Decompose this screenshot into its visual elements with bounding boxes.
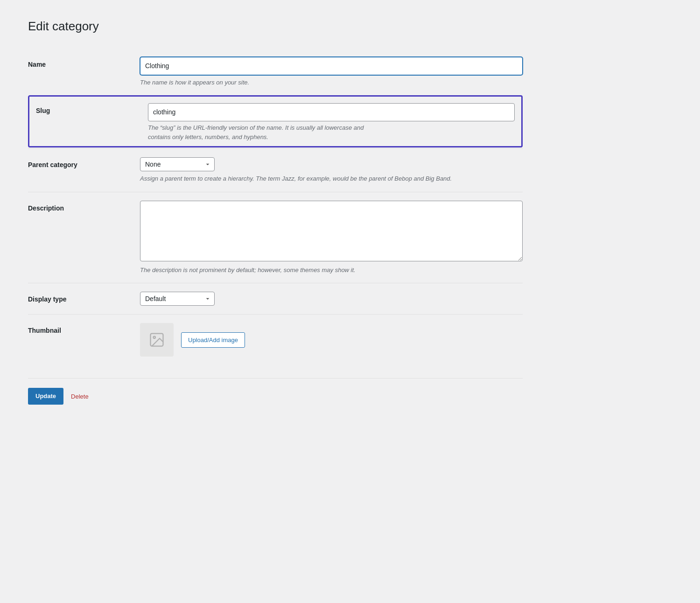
svg-point-1 <box>154 337 156 339</box>
slug-label: Slug <box>36 103 148 114</box>
slug-hint: The “slug” is the URL-friendly version o… <box>148 123 515 141</box>
parent-category-select[interactable]: None Clothing Accessories <box>140 157 215 171</box>
name-hint: The name is how it appears on your site. <box>140 78 523 87</box>
parent-category-label: Parent category <box>28 157 140 168</box>
display-type-field-content: Default Products Subcategories Both <box>140 292 523 306</box>
slug-highlight-border: Slug The “slug” is the URL-friendly vers… <box>28 95 523 147</box>
slug-row-inner: Slug <box>36 103 515 121</box>
thumbnail-placeholder <box>140 323 174 357</box>
delete-button[interactable]: Delete <box>71 393 89 400</box>
name-field-content: The name is how it appears on your site. <box>140 57 523 87</box>
display-type-row: Display type Default Products Subcategor… <box>28 283 523 314</box>
slug-highlighted-section: Slug The “slug” is the URL-friendly vers… <box>28 95 523 147</box>
update-button[interactable]: Update <box>28 388 63 405</box>
description-row: Description The description is not promi… <box>28 192 523 283</box>
name-input[interactable] <box>140 57 523 75</box>
description-field-content: The description is not prominent by defa… <box>140 201 523 275</box>
thumbnail-label: Thumbnail <box>28 323 140 334</box>
description-textarea[interactable] <box>140 201 523 261</box>
slug-input[interactable] <box>148 103 515 121</box>
description-hint: The description is not prominent by defa… <box>140 266 523 275</box>
thumbnail-row: Thumbnail Upload/Add image <box>28 314 523 365</box>
page-title: Edit category <box>28 19 672 35</box>
name-label: Name <box>28 57 140 68</box>
name-row: Name The name is how it appears on your … <box>28 49 523 96</box>
form-actions: Update Delete <box>28 378 523 405</box>
display-type-label: Display type <box>28 292 140 303</box>
image-placeholder-icon <box>148 331 165 348</box>
display-type-select[interactable]: Default Products Subcategories Both <box>140 292 215 306</box>
parent-category-row: Parent category None Clothing Accessorie… <box>28 148 523 192</box>
edit-category-form: Name The name is how it appears on your … <box>28 49 523 405</box>
description-label: Description <box>28 201 140 212</box>
parent-category-hint: Assign a parent term to create a hierarc… <box>140 174 523 183</box>
slug-field-content <box>148 103 515 121</box>
parent-category-field-content: None Clothing Accessories Assign a paren… <box>140 157 523 183</box>
upload-add-image-button[interactable]: Upload/Add image <box>181 332 245 348</box>
thumbnail-area: Upload/Add image <box>140 323 523 357</box>
thumbnail-field-content: Upload/Add image <box>140 323 523 357</box>
